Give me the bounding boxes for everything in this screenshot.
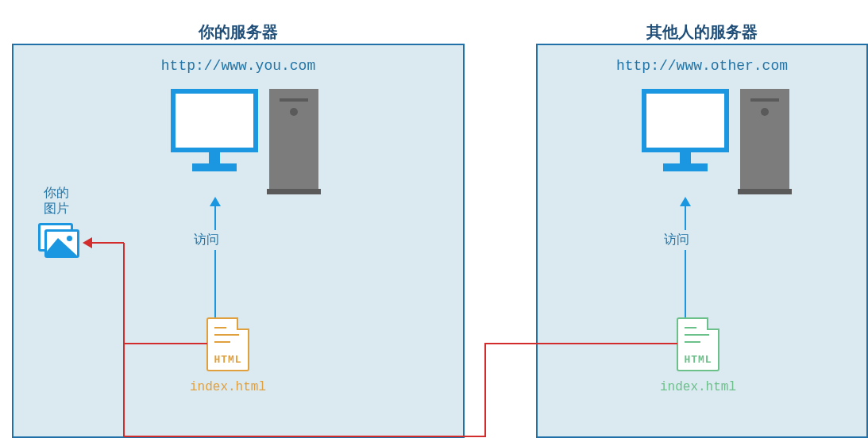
html-file-icon-other: HTML — [677, 317, 719, 371]
red-line-left-v — [123, 243, 125, 344]
other-server-computer-icon — [642, 89, 729, 171]
html-file-label-other: index.html — [658, 380, 738, 394]
access-label-left: 访问 — [191, 230, 222, 250]
access-label-right: 访问 — [661, 230, 692, 250]
red-line-right-v — [484, 343, 486, 437]
your-server-computer-icon — [171, 89, 258, 171]
access-arrow-left — [214, 206, 216, 317]
your-server-title: 你的服务器 — [14, 21, 463, 43]
html-badge-other: HTML — [678, 354, 718, 366]
red-line-right-h1 — [484, 343, 677, 344]
html-file-icon-yours: HTML — [206, 317, 249, 371]
other-server-url: http://www.other.com — [538, 58, 866, 74]
html-file-label-yours: index.html — [188, 380, 268, 394]
red-arrow-to-image — [83, 237, 92, 248]
your-server-url: http://www.you.com — [14, 58, 463, 74]
image-label: 你的 图片 — [44, 185, 69, 217]
red-line-shared-v — [123, 343, 125, 437]
access-arrow-right — [685, 206, 686, 317]
red-line-bottom-h — [123, 436, 486, 437]
other-server-title: 其他人的服务器 — [538, 21, 866, 43]
red-line-left-to-image — [92, 242, 124, 244]
html-badge-yours: HTML — [208, 354, 248, 366]
red-line-left-h — [123, 343, 207, 344]
